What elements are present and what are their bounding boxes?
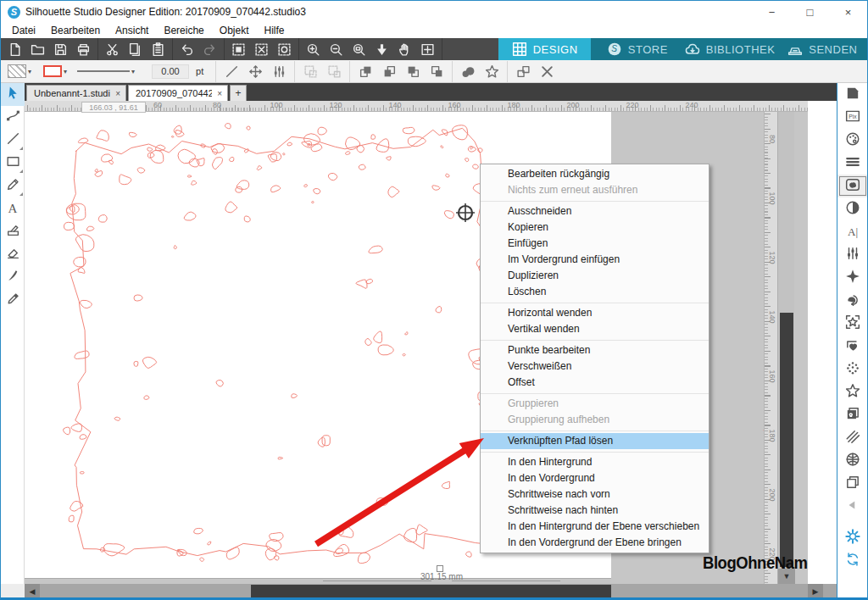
panel-globe-grid-icon[interactable] bbox=[837, 449, 868, 472]
line-style-panel-icon[interactable] bbox=[845, 154, 860, 173]
globe-grid-icon[interactable] bbox=[845, 452, 860, 470]
tool-select-tool-icon[interactable] bbox=[1, 83, 25, 106]
scroll-left-button[interactable]: ◀ bbox=[25, 584, 40, 599]
bring-to-front-icon[interactable] bbox=[353, 62, 377, 81]
sliders-icon[interactable] bbox=[267, 62, 291, 81]
weld-icon[interactable] bbox=[456, 62, 480, 81]
select-by-color-icon[interactable] bbox=[273, 40, 296, 58]
horizontal-scrollbar[interactable]: ◀ ▶ bbox=[25, 584, 838, 599]
new-tab-button[interactable]: + bbox=[230, 85, 247, 101]
panel-modify-spark-icon[interactable] bbox=[837, 266, 868, 289]
context-menu-item[interactable]: Ausschneiden bbox=[481, 203, 709, 219]
bring-forward-icon[interactable] bbox=[401, 62, 425, 81]
nav-tab-design[interactable]: DESIGN bbox=[498, 38, 591, 60]
maximize-button[interactable]: □ bbox=[791, 1, 829, 23]
paste-icon[interactable] bbox=[147, 40, 170, 58]
translate-icon[interactable] bbox=[243, 62, 267, 81]
context-menu-item[interactable]: Verknüpften Pfad lösen bbox=[481, 433, 709, 449]
menu-ansicht[interactable]: Ansicht bbox=[108, 25, 156, 36]
tool-line-tool-icon[interactable] bbox=[1, 129, 25, 152]
tab-close-icon[interactable]: × bbox=[110, 89, 120, 98]
eyedropper-tool-icon[interactable] bbox=[6, 292, 20, 309]
text-tool-icon[interactable]: A bbox=[8, 202, 18, 216]
heart-shape-icon[interactable] bbox=[845, 337, 860, 356]
context-menu-item[interactable]: Im Vordergrund einfügen bbox=[481, 252, 709, 268]
redo-icon[interactable] bbox=[198, 40, 221, 58]
sketch-tool-icon[interactable] bbox=[6, 223, 20, 241]
panel-sync-icon[interactable] bbox=[837, 549, 868, 572]
line-style-swatch[interactable] bbox=[77, 65, 130, 77]
scroll-more-icon[interactable] bbox=[845, 497, 860, 516]
tab-close-icon[interactable]: × bbox=[212, 89, 222, 98]
trace-contrast-icon[interactable] bbox=[845, 200, 860, 219]
panel-trace-icon[interactable] bbox=[837, 175, 868, 197]
deselect-icon[interactable] bbox=[250, 40, 273, 58]
panel-heart-shape-icon[interactable] bbox=[837, 335, 868, 358]
context-menu-item[interactable]: Punkte bearbeiten bbox=[481, 342, 709, 358]
new-file-icon[interactable] bbox=[3, 40, 26, 58]
open-file-icon[interactable] bbox=[26, 40, 49, 58]
settings-gear-icon[interactable] bbox=[845, 529, 860, 547]
group-select-icon[interactable] bbox=[298, 62, 322, 81]
panel-star-icon[interactable] bbox=[837, 381, 868, 403]
cut-icon[interactable] bbox=[101, 40, 124, 58]
context-menu-item[interactable]: Löschen bbox=[481, 284, 709, 300]
group-select-alt-icon[interactable] bbox=[322, 62, 346, 81]
hatch-lines-icon[interactable] bbox=[845, 429, 860, 447]
pencil-tool-icon[interactable] bbox=[6, 177, 20, 195]
context-menu-item[interactable]: Schrittweise nach hinten bbox=[481, 503, 709, 519]
panel-replicate-icon[interactable] bbox=[837, 289, 868, 312]
context-menu-item[interactable]: Vertikal wenden bbox=[481, 321, 709, 337]
zoom-in-icon[interactable] bbox=[302, 40, 325, 58]
context-menu-item[interactable]: Horizontal wenden bbox=[481, 305, 709, 321]
tool-point-edit-tool-icon[interactable] bbox=[1, 106, 25, 129]
tool-knife-tool-icon[interactable] bbox=[1, 266, 25, 289]
send-cutter-icon[interactable] bbox=[787, 42, 803, 57]
zoom-selection-icon[interactable] bbox=[348, 40, 370, 58]
panel-rhinestone-dots-icon[interactable] bbox=[837, 358, 868, 381]
star-frame-icon[interactable] bbox=[845, 314, 860, 333]
context-menu-item[interactable]: Schrittweise nach vorn bbox=[481, 486, 709, 503]
text-style-icon[interactable]: A| bbox=[848, 225, 858, 239]
context-menu-item[interactable]: Bearbeiten rückgängig bbox=[481, 166, 709, 182]
undo-icon[interactable] bbox=[175, 40, 198, 58]
trace-icon[interactable] bbox=[845, 177, 860, 196]
zoom-out-icon[interactable] bbox=[325, 40, 348, 58]
vertical-scrollbar[interactable]: ▼ bbox=[777, 112, 794, 584]
line-color-swatch[interactable] bbox=[43, 65, 62, 77]
rhinestone-dots-icon[interactable] bbox=[845, 360, 860, 379]
document-tab[interactable]: 20170909_070442.stu...× bbox=[128, 85, 228, 101]
menu-datei[interactable]: Datei bbox=[4, 25, 43, 36]
fill-palette-icon[interactable] bbox=[845, 131, 860, 150]
panel-fill-palette-icon[interactable] bbox=[837, 129, 868, 152]
context-menu-item[interactable]: In den Vordergrund bbox=[481, 470, 709, 486]
point-edit-tool-icon[interactable] bbox=[6, 108, 20, 126]
zoom-drag-icon[interactable] bbox=[370, 40, 393, 58]
tool-eraser-tool-icon[interactable] bbox=[1, 243, 25, 266]
context-menu-item[interactable]: In den Hintergrund der Ebene verschieben bbox=[481, 519, 709, 535]
knife-tool-icon[interactable] bbox=[6, 269, 20, 286]
context-menu-item[interactable]: In den Hintergrund bbox=[481, 454, 709, 470]
store-icon[interactable]: S bbox=[607, 42, 622, 57]
tool-rectangle-tool-icon[interactable] bbox=[1, 152, 25, 175]
context-menu-item[interactable]: Duplizieren bbox=[481, 268, 709, 284]
send-to-back-icon[interactable] bbox=[377, 62, 401, 81]
line-weight-input[interactable]: 0.00 bbox=[152, 64, 189, 79]
panel-page-setup-icon[interactable] bbox=[837, 83, 868, 106]
horizontal-scroll-thumb[interactable] bbox=[251, 585, 611, 598]
document-tab[interactable]: Unbenannt-1.studio3× bbox=[26, 85, 126, 101]
line-tool-icon[interactable] bbox=[6, 131, 20, 149]
copy-icon[interactable] bbox=[124, 40, 147, 58]
print-icon[interactable] bbox=[72, 40, 95, 58]
eraser-tool-icon[interactable] bbox=[6, 246, 20, 264]
layers-icon[interactable] bbox=[845, 475, 860, 493]
panel-text-style-icon[interactable]: A| bbox=[837, 220, 868, 243]
chevron-down-icon[interactable]: ▾ bbox=[131, 68, 135, 75]
context-menu-item[interactable]: Kopieren bbox=[481, 219, 709, 236]
page-setup-icon[interactable] bbox=[845, 86, 860, 104]
library-cloud-icon[interactable] bbox=[685, 42, 700, 57]
menu-hilfe[interactable]: Hilfe bbox=[256, 25, 292, 36]
line-draw-icon[interactable] bbox=[220, 62, 243, 81]
panel-stack-pages-icon[interactable] bbox=[837, 403, 868, 426]
page-width-handle[interactable] bbox=[437, 565, 443, 572]
